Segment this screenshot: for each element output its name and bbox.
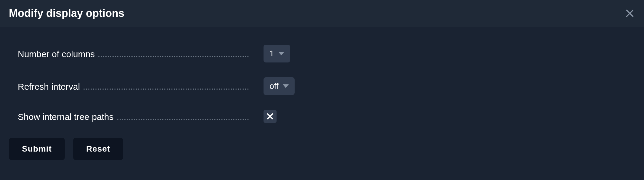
label-area: Show internal tree paths [18, 111, 249, 122]
label-area: Number of columns [18, 48, 249, 59]
dotted-leader [98, 48, 249, 57]
chevron-down-icon [278, 52, 284, 55]
tree-paths-checkbox[interactable] [264, 110, 277, 123]
tree-paths-control [264, 110, 277, 123]
reset-button[interactable]: Reset [73, 138, 123, 160]
dotted-leader [117, 111, 249, 120]
row-number-of-columns: Number of columns 1 [18, 45, 626, 62]
label-area: Refresh interval [18, 81, 249, 92]
columns-dropdown[interactable]: 1 [264, 45, 290, 62]
columns-control: 1 [264, 45, 290, 62]
tree-paths-label: Show internal tree paths [18, 112, 117, 122]
dialog-title: Modify display options [9, 7, 124, 20]
chevron-down-icon [283, 84, 289, 88]
columns-value: 1 [269, 49, 274, 58]
dotted-leader [83, 81, 249, 90]
columns-label: Number of columns [18, 49, 98, 59]
button-row: Submit Reset [9, 138, 626, 160]
x-icon [266, 112, 274, 120]
refresh-control: off [264, 77, 295, 95]
row-refresh-interval: Refresh interval off [18, 77, 626, 95]
submit-button[interactable]: Submit [9, 138, 65, 160]
close-icon[interactable] [624, 8, 635, 19]
refresh-value: off [269, 81, 279, 91]
row-show-tree-paths: Show internal tree paths [18, 110, 626, 123]
refresh-label: Refresh interval [18, 82, 83, 92]
refresh-dropdown[interactable]: off [264, 77, 295, 95]
dialog-header: Modify display options [0, 0, 644, 27]
dialog-content: Number of columns 1 Refresh interval off… [0, 27, 644, 172]
